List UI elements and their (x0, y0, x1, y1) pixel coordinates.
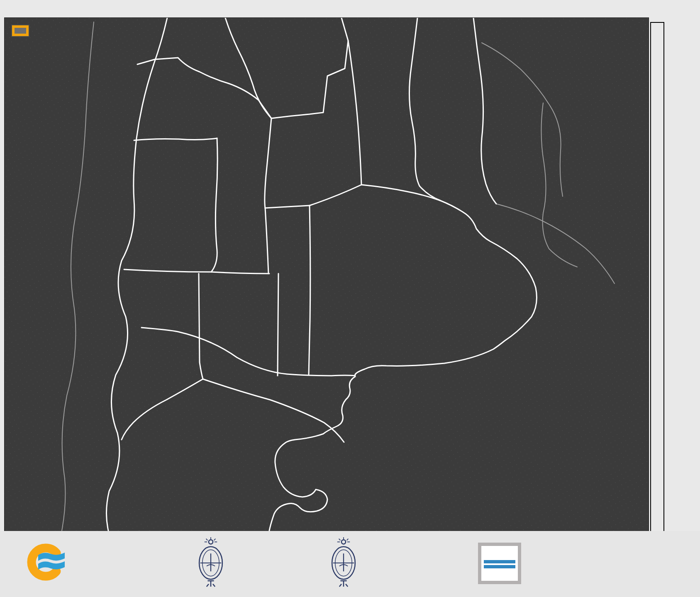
radar-map (4, 17, 649, 531)
defensa-coat-of-arms-icon (195, 536, 227, 590)
smn-logo-icon (25, 538, 73, 586)
footer-logo-bar (0, 531, 700, 597)
smn-logo (25, 538, 73, 588)
radar-mosaic-page (0, 0, 700, 597)
map-label-layer (5, 18, 649, 531)
dbz-colorbar (650, 22, 664, 532)
inta-logo (478, 543, 521, 584)
warning-banner (12, 25, 29, 36)
inta-bar-1 (484, 560, 515, 563)
economia-coat-of-arms-icon (328, 536, 359, 590)
inta-bar-2 (484, 565, 515, 568)
